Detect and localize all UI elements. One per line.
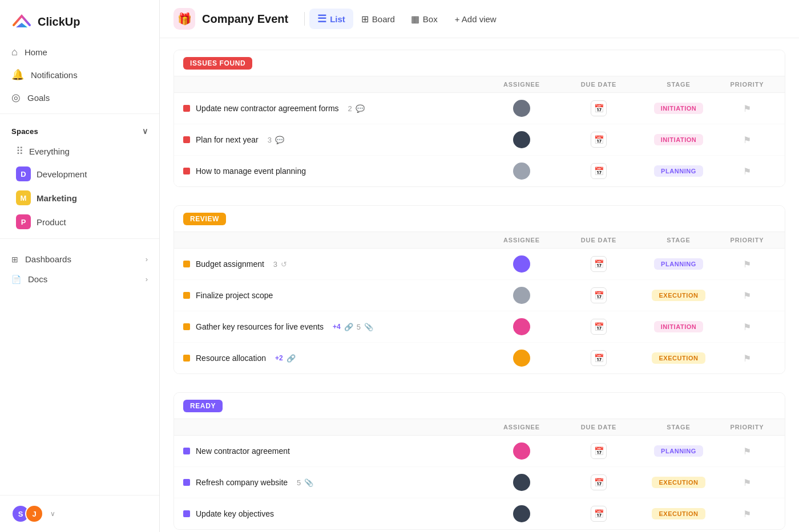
table-row[interactable]: Update key objectives 📅 EXECUTION ⚑ [174, 498, 785, 529]
task-name-2: Plan for next year [196, 135, 259, 144]
tab-board[interactable]: ⊞ Board [353, 10, 403, 29]
stage-badge-2: INITIATION [654, 134, 704, 145]
priority-6[interactable]: ⚑ [719, 322, 776, 332]
group-badge-issues: ISSUES FOUND [183, 57, 252, 70]
tab-box-label: Box [423, 14, 438, 24]
table-row[interactable]: New contractor agreement 📅 PLANNING ⚑ [174, 436, 785, 467]
sidebar-item-dashboards[interactable]: ⊞ Dashboards › [5, 249, 155, 269]
table-row[interactable]: Update new contractor agreement forms 2 … [174, 93, 785, 124]
stage-2: INITIATION [639, 134, 719, 145]
priority-5[interactable]: ⚑ [719, 290, 776, 301]
task-name-8: New contractor agreement [196, 446, 290, 456]
priority-3[interactable]: ⚑ [719, 166, 776, 177]
task-name-6: Gather key resources for live events [196, 322, 324, 331]
spaces-list: ⠿ Everything D Development M Marketing P… [0, 140, 159, 234]
task-meta-4: 3 ↺ [273, 260, 287, 269]
avatar-10 [513, 505, 530, 522]
task-meta-9: 5 📎 [297, 478, 313, 487]
col-stage-2: STAGE [639, 237, 719, 243]
sidebar-item-development[interactable]: D Development [5, 162, 155, 186]
grid-icon: ⠿ [16, 145, 23, 157]
group-header-review: REVIEW [174, 206, 785, 232]
logo[interactable]: ClickUp [0, 0, 159, 41]
footer-chevron-icon[interactable]: ∨ [50, 510, 55, 518]
due-date-3[interactable]: 📅 [559, 163, 639, 179]
due-date-8[interactable]: 📅 [559, 443, 639, 459]
calendar-icon-3: 📅 [591, 163, 607, 179]
sidebar-item-goals[interactable]: ◎ Goals [5, 86, 155, 109]
sidebar-item-marketing[interactable]: M Marketing [5, 186, 155, 210]
table-row[interactable]: Gather key resources for live events +4 … [174, 311, 785, 343]
avatar-5 [513, 287, 530, 304]
assignee-7 [485, 350, 559, 367]
columns-header-ready: ASSIGNEE DUE DATE STAGE PRIORITY [174, 419, 785, 436]
tab-box[interactable]: ▦ Box [403, 10, 446, 29]
space-icon: 🎁 [177, 12, 192, 26]
task-name-cell-6: Gather key resources for live events +4 … [183, 322, 485, 331]
table-row[interactable]: Resource allocation +2 🔗 📅 EXECUTION ⚑ [174, 343, 785, 373]
board-icon: ⊞ [361, 14, 369, 25]
table-row[interactable]: Finalize project scope 📅 EXECUTION ⚑ [174, 280, 785, 311]
table-row[interactable]: Refresh company website 5 📎 📅 EXECUTION [174, 467, 785, 498]
priority-8[interactable]: ⚑ [719, 446, 776, 457]
due-date-9[interactable]: 📅 [559, 474, 639, 490]
col-assignee-1: ASSIGNEE [485, 81, 559, 88]
task-name-cell-2: Plan for next year 3 💬 [183, 135, 485, 144]
table-row[interactable]: How to manage event planning 📅 PLANNING … [174, 156, 785, 186]
marketing-badge: M [16, 190, 31, 205]
due-date-4[interactable]: 📅 [559, 256, 639, 272]
due-date-5[interactable]: 📅 [559, 287, 639, 303]
sidebar-item-notifications[interactable]: 🔔 Notifications [5, 63, 155, 86]
table-row[interactable]: Budget assignment 3 ↺ 📅 PLANNING ⚑ [174, 249, 785, 280]
group-badge-review: REVIEW [183, 213, 226, 225]
product-badge: P [16, 214, 31, 229]
task-meta-1: 2 💬 [348, 104, 365, 113]
dashboards-icon: ⊞ [11, 255, 18, 264]
due-date-2[interactable]: 📅 [559, 132, 639, 148]
stage-4: PLANNING [639, 258, 719, 270]
due-date-1[interactable]: 📅 [559, 100, 639, 116]
priority-9[interactable]: ⚑ [719, 477, 776, 488]
priority-7[interactable]: ⚑ [719, 353, 776, 364]
col-due-date-1: DUE DATE [559, 81, 639, 88]
task-count-9: 5 [297, 478, 301, 487]
due-date-10[interactable]: 📅 [559, 506, 639, 522]
task-name-cell-4: Budget assignment 3 ↺ [183, 259, 485, 269]
avatar-2 [513, 131, 530, 148]
calendar-icon-2: 📅 [591, 132, 607, 148]
sidebar-item-everything[interactable]: ⠿ Everything [5, 140, 155, 162]
calendar-icon-4: 📅 [591, 256, 607, 272]
dashboards-arrow-icon: › [146, 255, 148, 263]
avatar-user-2: J [25, 505, 43, 523]
task-name-4: Budget assignment [196, 259, 264, 269]
sidebar-item-product[interactable]: P Product [5, 210, 155, 234]
group-review: REVIEW ASSIGNEE DUE DATE STAGE PRIORITY … [173, 205, 785, 374]
footer-avatars[interactable]: S J [11, 505, 43, 523]
priority-10[interactable]: ⚑ [719, 509, 776, 519]
docs-icon: 📄 [11, 275, 21, 284]
priority-1[interactable]: ⚑ [719, 103, 776, 114]
task-count-2: 3 [268, 136, 272, 144]
docs-arrow-icon: › [146, 275, 148, 283]
priority-2[interactable]: ⚑ [719, 135, 776, 145]
sidebar-item-development-label: Development [37, 169, 87, 179]
spaces-chevron-icon[interactable]: ∨ [142, 127, 148, 136]
flag-icon-10: ⚑ [743, 509, 751, 519]
task-dot-3 [183, 168, 190, 174]
due-date-6[interactable]: 📅 [559, 319, 639, 335]
add-view-button[interactable]: + Add view [448, 10, 503, 28]
calendar-icon-1: 📅 [591, 100, 607, 116]
col-priority-2: PRIORITY [719, 237, 776, 243]
task-dot-8 [183, 448, 190, 454]
sidebar-item-docs[interactable]: 📄 Docs › [5, 269, 155, 289]
priority-4[interactable]: ⚑ [719, 259, 776, 270]
topbar-divider [304, 12, 305, 26]
sidebar-item-home[interactable]: ⌂ Home [5, 41, 155, 63]
table-row[interactable]: Plan for next year 3 💬 📅 INITIATION ⚑ [174, 124, 785, 156]
calendar-icon-10: 📅 [591, 506, 607, 522]
tab-list[interactable]: ☰ List [309, 9, 353, 29]
task-name-9: Refresh company website [196, 478, 288, 487]
due-date-7[interactable]: 📅 [559, 350, 639, 366]
flag-icon-4: ⚑ [743, 259, 751, 270]
flag-icon-8: ⚑ [743, 446, 751, 457]
